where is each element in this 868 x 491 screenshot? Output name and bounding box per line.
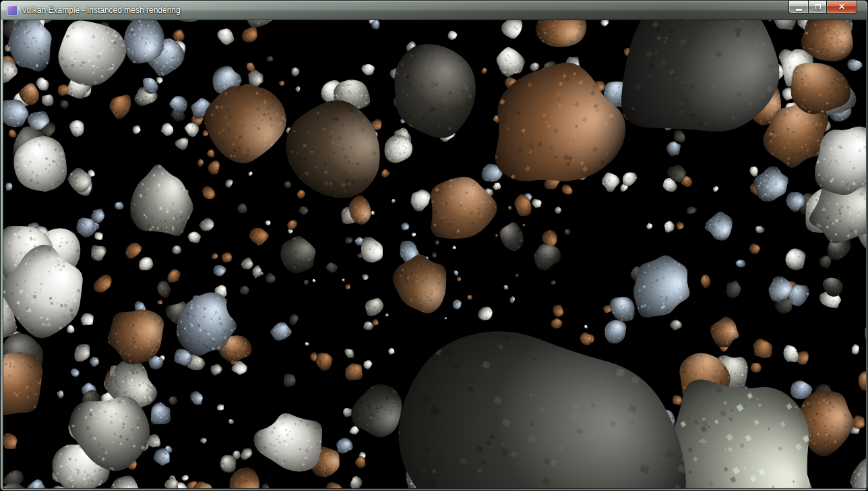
window-controls: ✕ [789,1,857,13]
render-viewport[interactable] [3,20,866,488]
app-window: Vulkan Example - Instanced mesh renderin… [0,0,868,491]
render-canvas[interactable] [3,20,866,488]
close-button[interactable]: ✕ [826,1,857,13]
app-icon[interactable] [7,5,18,16]
close-icon: ✕ [838,3,845,11]
minimize-icon [796,9,802,11]
title-bar[interactable]: Vulkan Example - Instanced mesh renderin… [1,1,867,20]
maximize-icon [815,4,821,9]
minimize-button[interactable] [788,1,809,13]
maximize-button[interactable] [808,1,827,13]
window-title: Vulkan Example - Instanced mesh renderin… [22,1,181,20]
